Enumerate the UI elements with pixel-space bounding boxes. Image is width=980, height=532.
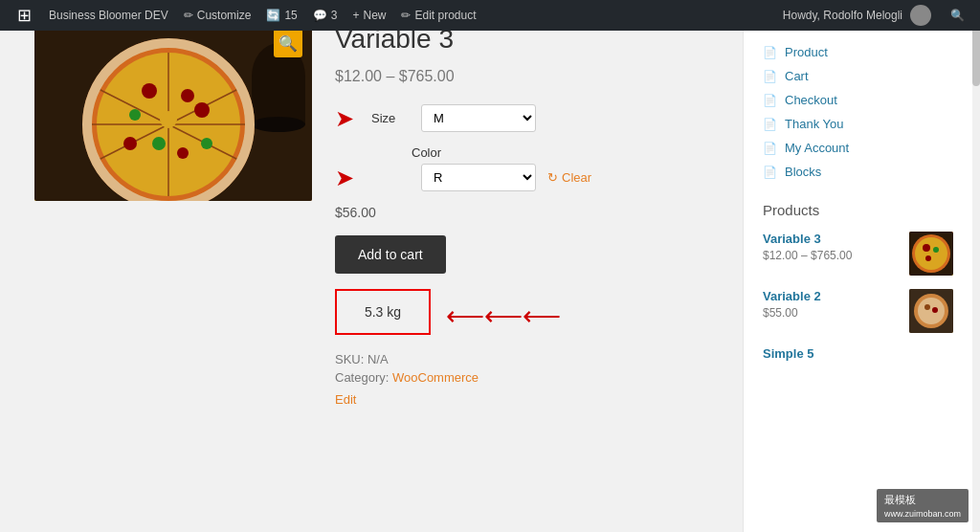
- customize-label: Customize: [197, 9, 252, 22]
- svg-point-3: [252, 117, 305, 132]
- edit-label: Edit product: [414, 9, 476, 22]
- product-price: $12.00 – $765.00: [335, 68, 724, 85]
- svg-point-30: [924, 304, 930, 310]
- nav-item-blocks[interactable]: 📄 Blocks: [763, 165, 953, 179]
- add-to-cart-label: Add to cart: [358, 247, 423, 262]
- clear-link[interactable]: ↻ Clear: [547, 170, 591, 185]
- list-item: Simple 5: [763, 346, 953, 363]
- product-list-name[interactable]: Variable 3: [763, 232, 900, 246]
- category-link[interactable]: WooCommerce: [392, 370, 479, 385]
- search-btn[interactable]: 🔍: [943, 0, 972, 31]
- variation-price: $56.00: [335, 205, 724, 220]
- nav-link-thankyou[interactable]: Thank You: [785, 117, 843, 131]
- category-label: Category:: [335, 370, 389, 385]
- avatar: [910, 5, 931, 26]
- edit-product-btn[interactable]: ✏ Edit product: [393, 0, 483, 31]
- zoom-button[interactable]: 🔍: [274, 29, 302, 57]
- product-list-info: Variable 2 $55.00: [763, 289, 900, 320]
- comments-btn[interactable]: 💬 3: [305, 0, 345, 31]
- wp-logo[interactable]: ⊞: [8, 0, 41, 31]
- page-icon: 📄: [763, 118, 777, 131]
- weight-section: 5.3 kg ⟵⟵⟵: [335, 289, 724, 343]
- product-thumbnail: [909, 289, 953, 333]
- category-value: WooCommerce: [392, 370, 479, 385]
- nav-item-checkout[interactable]: 📄 Checkout: [763, 93, 953, 107]
- product-list-info: Simple 5: [763, 346, 953, 363]
- nav-link-blocks[interactable]: Blocks: [785, 165, 821, 179]
- color-variation-row: ➤ R G B ↻ Clear: [335, 164, 724, 191]
- search-icon: 🔍: [950, 9, 965, 22]
- sku-value: N/A: [368, 352, 389, 366]
- page-icon: 📄: [763, 46, 777, 59]
- color-label-row: Color: [412, 145, 724, 160]
- svg-point-11: [142, 83, 157, 99]
- page-icon: 📄: [763, 142, 777, 155]
- comments-count: 3: [331, 9, 338, 22]
- edit-label: Edit: [335, 392, 356, 407]
- nav-item-thankyou[interactable]: 📄 Thank You: [763, 117, 953, 131]
- sidebar-nav: 📄 Product 📄 Cart 📄 Checkout 📄 Thank You …: [763, 45, 953, 179]
- products-title: Products: [763, 202, 953, 218]
- nav-link-product[interactable]: Product: [785, 45, 828, 59]
- product-list-name[interactable]: Simple 5: [763, 346, 953, 361]
- product-list-price: $55.00: [763, 306, 798, 320]
- site-name[interactable]: Business Bloomer DEV: [41, 0, 176, 31]
- main-content: 🔍 Variable 3 $12.00 – $765.00 ➤ Size M: [0, 0, 743, 532]
- svg-point-26: [925, 255, 931, 261]
- page-icon: 📄: [763, 70, 777, 83]
- page-icon: 📄: [763, 94, 777, 107]
- weight-arrow-icon: ⟵⟵⟵: [446, 300, 561, 332]
- new-label: New: [363, 9, 386, 22]
- svg-point-25: [933, 247, 939, 253]
- nav-item-product[interactable]: 📄 Product: [763, 45, 953, 59]
- weight-value: 5.3 kg: [365, 304, 401, 320]
- updates-btn[interactable]: 🔄 15: [258, 0, 304, 31]
- sku-label: SKU:: [335, 352, 364, 366]
- product-image-wrap: 🔍: [34, 19, 312, 513]
- comments-icon: 💬: [313, 9, 327, 22]
- svg-point-14: [194, 102, 210, 118]
- color-select[interactable]: R G B: [421, 164, 536, 191]
- updates-icon: 🔄: [266, 9, 280, 22]
- svg-point-29: [918, 298, 945, 324]
- weight-box: 5.3 kg: [335, 289, 431, 335]
- svg-point-12: [181, 89, 194, 102]
- nav-link-checkout[interactable]: Checkout: [785, 93, 837, 107]
- new-btn[interactable]: + New: [345, 0, 393, 31]
- edit-icon: ✏: [401, 9, 411, 22]
- add-to-cart-button[interactable]: Add to cart: [335, 235, 446, 274]
- svg-point-15: [152, 137, 166, 150]
- svg-point-18: [201, 138, 212, 149]
- watermark: 最模板www.zuimoban.com: [877, 489, 969, 522]
- edit-link[interactable]: Edit: [335, 392, 356, 407]
- nav-link-cart[interactable]: Cart: [785, 69, 809, 83]
- svg-point-16: [177, 147, 189, 159]
- product-image: 🔍: [34, 19, 312, 201]
- product-list-price: $12.00 – $765.00: [763, 249, 852, 262]
- nav-item-myaccount[interactable]: 📄 My Account: [763, 141, 953, 155]
- product-thumbnail: [909, 232, 953, 276]
- product-list-name[interactable]: Variable 2: [763, 289, 900, 303]
- list-item: Variable 3 $12.00 – $765.00: [763, 232, 953, 276]
- admin-bar: ⊞ Business Bloomer DEV ✏ Customize 🔄 15 …: [0, 0, 980, 31]
- clear-label: Clear: [562, 170, 591, 185]
- product-list-info: Variable 3 $12.00 – $765.00: [763, 232, 900, 262]
- zoom-icon: 🔍: [278, 34, 298, 53]
- svg-point-19: [160, 111, 177, 128]
- svg-point-24: [923, 244, 930, 252]
- customize-btn[interactable]: ✏ Customize: [176, 0, 259, 31]
- sidebar: Find Out More 📄 Product 📄 Cart 📄 Checkou…: [743, 0, 972, 532]
- nav-item-cart[interactable]: 📄 Cart: [763, 69, 953, 83]
- list-item: Variable 2 $55.00: [763, 289, 953, 333]
- scrollbar-track[interactable]: [972, 0, 980, 532]
- refresh-icon: ↻: [547, 170, 558, 185]
- svg-point-17: [123, 137, 137, 150]
- sku-row: SKU: N/A: [335, 352, 724, 366]
- updates-count: 15: [284, 9, 297, 22]
- howdy-label[interactable]: Howdy, Rodolfo Melogli: [775, 0, 939, 31]
- product-details: Variable 3 $12.00 – $765.00 ➤ Size M S L…: [335, 19, 724, 513]
- size-select[interactable]: M S L XL: [421, 104, 536, 132]
- svg-point-23: [915, 237, 947, 270]
- nav-link-myaccount[interactable]: My Account: [785, 141, 849, 155]
- customize-icon: ✏: [184, 9, 193, 22]
